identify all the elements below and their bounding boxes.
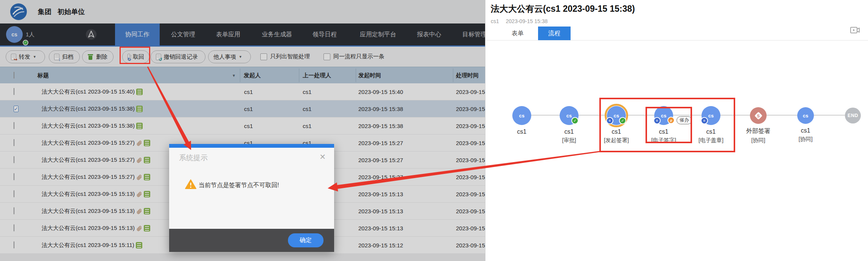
node-role: [协同] — [783, 136, 828, 143]
tab-flow-active[interactable]: 流程 — [538, 27, 571, 40]
node-role: [电子盖章] — [688, 137, 734, 144]
node-role: [电子签字] — [641, 137, 686, 144]
node-name: cs1 — [641, 128, 686, 135]
close-icon[interactable]: ✕ — [319, 152, 326, 161]
dialog-message: 当前节点是签署节点不可取回! — [199, 181, 279, 189]
form-badge-icon: ≡ — [653, 117, 661, 124]
screenshot: 集团 初始单位 cs ✓ 1人 协同工作 公文管理 表单应用 业务生成器 领导日… — [0, 0, 868, 261]
end-node: END — [845, 108, 861, 123]
flow-node-start[interactable]: cs cs1 — [499, 106, 544, 135]
form-badge-icon: ≡ — [606, 117, 613, 124]
flow-node-collaborate[interactable]: cs cs1 [协同] — [783, 106, 828, 143]
node-name: cs1 — [783, 127, 828, 134]
avatar: cs — [512, 106, 531, 125]
tab-form[interactable]: 表单 — [508, 27, 527, 40]
flow-node-initiate-sign[interactable]: cs ≡ ✓ cs1 [发起签署] — [594, 106, 639, 144]
node-name: cs1 — [688, 128, 734, 135]
form-badge-icon: ≡ — [701, 117, 708, 124]
node-role: [协同] — [736, 137, 781, 144]
avatar: cs — [797, 107, 814, 124]
detail-panel: 法大大公有云(cs1 2023-09-15 15:38) cs1 2023-09… — [485, 0, 868, 261]
urged-badge-icon: ø — [667, 117, 675, 124]
dialog-footer: 确定 — [169, 229, 334, 252]
flow-node-end[interactable]: END — [830, 106, 868, 123]
system-prompt-dialog: 系统提示 ✕ 当前节点是签署节点不可取回! 确定 — [169, 144, 334, 252]
flow-node-external-sign[interactable]: S 外部签署 [协同] — [736, 106, 781, 144]
node-name: 外部签署 — [736, 127, 781, 135]
urge-tag[interactable]: 催办 — [677, 116, 692, 124]
tab-divider — [485, 40, 868, 41]
node-name: cs1 — [546, 128, 592, 135]
detail-user: cs1 — [491, 18, 499, 24]
node-role: [审批] — [546, 137, 592, 144]
video-camera-icon[interactable] — [849, 26, 861, 35]
external-sign-icon: S — [750, 107, 767, 124]
dialog-accent-bar — [169, 144, 334, 148]
node-name: cs1 — [499, 128, 544, 135]
detail-title: 法大大公有云(cs1 2023-09-15 15:38) — [491, 3, 635, 15]
dialog-title: 系统提示 — [179, 153, 208, 163]
done-check-icon: ✓ — [571, 117, 579, 124]
ok-button[interactable]: 确定 — [288, 233, 324, 247]
node-role: [发起签署] — [594, 137, 639, 144]
done-check-icon: ✓ — [619, 117, 626, 124]
warning-icon — [185, 179, 196, 189]
node-name: cs1 — [594, 128, 639, 135]
detail-time: 2023-09-15 15:38 — [506, 18, 548, 24]
flow-node-approve[interactable]: cs ✓ cs1 [审批] — [546, 106, 592, 144]
detail-subtitle: cs1 2023-09-15 15:38 — [491, 18, 548, 24]
flow-node-esign[interactable]: cs ≡ ø cs1 [电子签字] — [641, 106, 686, 144]
flow-node-eseal[interactable]: cs ≡ cs1 [电子盖章] — [688, 106, 734, 144]
